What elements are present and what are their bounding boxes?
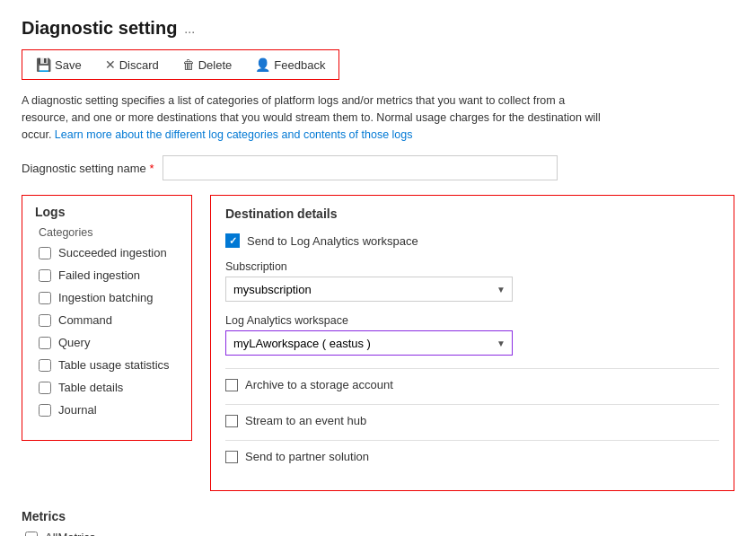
partner-solution-checkbox[interactable] [225,451,238,463]
destination-panel: Destination details Send to Log Analytic… [210,195,734,491]
metrics-section: Metrics AllMetrics [22,509,734,536]
toolbar: 💾 Save ✕ Discard 🗑 Delete 👤 Feedback [22,49,339,80]
log-analytics-workspace-group: Log Analytics workspace myLAworkspace ( … [225,314,719,356]
log-label-journal[interactable]: Journal [58,403,97,417]
metric-item-allmetrics: AllMetrics [22,531,734,536]
metrics-section-title: Metrics [22,509,734,523]
log-checkbox-command[interactable] [39,314,51,327]
save-icon: 💾 [36,57,51,72]
log-label-failed-ingestion[interactable]: Failed ingestion [58,268,140,282]
log-label-table-usage-statistics[interactable]: Table usage statistics [58,358,170,372]
metric-label-allmetrics[interactable]: AllMetrics [45,531,95,536]
log-item-journal: Journal [35,403,179,417]
delete-button[interactable]: 🗑 Delete [172,52,242,77]
delete-icon: 🗑 [182,57,195,72]
send-to-log-analytics-label[interactable]: Send to Log Analytics workspace [247,234,418,248]
metric-checkbox-allmetrics[interactable] [25,532,38,536]
name-field-row: Diagnostic setting name * [22,155,734,180]
send-to-log-analytics-checkbox[interactable] [225,233,240,248]
subscription-label: Subscription [225,260,719,273]
log-analytics-workspace-select[interactable]: myLAworkspace ( eastus ) [225,330,513,356]
log-label-query[interactable]: Query [58,336,90,349]
subscription-select[interactable]: mysubscription [225,277,513,302]
destination-separator-3 [225,440,719,441]
archive-storage-row: Archive to a storage account [225,378,719,391]
log-item-table-usage-statistics: Table usage statistics [35,358,179,372]
discard-button[interactable]: ✕ Discard [95,52,169,77]
log-label-command[interactable]: Command [58,313,112,327]
description-text: A diagnostic setting specifies a list of… [22,92,614,143]
categories-label: Categories [35,226,179,239]
log-checkbox-table-details[interactable] [39,382,51,394]
logs-section-title: Logs [35,205,179,219]
log-label-succeeded-ingestion[interactable]: Succeeded ingestion [58,246,167,259]
log-item-ingestion-batching: Ingestion batching [35,291,179,304]
log-item-query: Query [35,336,179,349]
log-checkbox-succeeded-ingestion[interactable] [39,247,51,259]
logs-panel: Logs Categories Succeeded ingestion Fail… [22,195,192,441]
log-label-ingestion-batching[interactable]: Ingestion batching [58,291,154,304]
destination-separator-2 [225,404,719,405]
log-checkbox-query[interactable] [39,337,51,349]
log-checkbox-ingestion-batching[interactable] [39,292,51,304]
log-analytics-workspace-label: Log Analytics workspace [225,314,719,327]
feedback-button[interactable]: 👤 Feedback [245,52,335,77]
log-checkbox-table-usage-statistics[interactable] [39,359,51,372]
log-item-command: Command [35,313,179,327]
main-content: Logs Categories Succeeded ingestion Fail… [22,195,734,491]
destination-section-title: Destination details [225,206,719,221]
partner-solution-label[interactable]: Send to partner solution [245,450,369,463]
log-analytics-workspace-select-wrapper: myLAworkspace ( eastus ) ▼ [225,330,513,356]
log-label-table-details[interactable]: Table details [58,381,123,394]
log-checkbox-journal[interactable] [39,404,51,417]
learn-more-link[interactable]: Learn more about the different log categ… [55,128,413,141]
discard-icon: ✕ [105,57,116,72]
feedback-icon: 👤 [255,57,270,72]
stream-event-hub-checkbox[interactable] [225,415,238,427]
archive-storage-label[interactable]: Archive to a storage account [245,378,393,391]
stream-event-hub-label[interactable]: Stream to an event hub [245,414,366,427]
send-to-log-analytics-row: Send to Log Analytics workspace [225,233,719,248]
log-item-failed-ingestion: Failed ingestion [35,268,179,282]
partner-solution-row: Send to partner solution [225,450,719,463]
archive-storage-checkbox[interactable] [225,379,238,391]
log-item-succeeded-ingestion: Succeeded ingestion [35,246,179,259]
diagnostic-setting-name-input[interactable] [163,155,558,180]
name-field-label: Diagnostic setting name * [22,162,154,175]
stream-event-hub-row: Stream to an event hub [225,414,719,427]
subscription-group: Subscription mysubscription ▼ [225,260,719,302]
page-title: Diagnostic setting ... [22,18,734,39]
log-checkbox-failed-ingestion[interactable] [39,269,51,282]
subscription-select-wrapper: mysubscription ▼ [225,277,513,302]
destination-separator-1 [225,368,719,369]
save-button[interactable]: 💾 Save [26,52,92,77]
log-item-table-details: Table details [35,381,179,394]
